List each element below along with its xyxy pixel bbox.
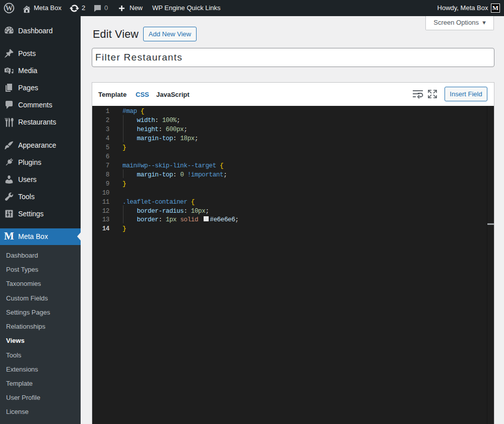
svg-text:W: W <box>6 4 13 12</box>
